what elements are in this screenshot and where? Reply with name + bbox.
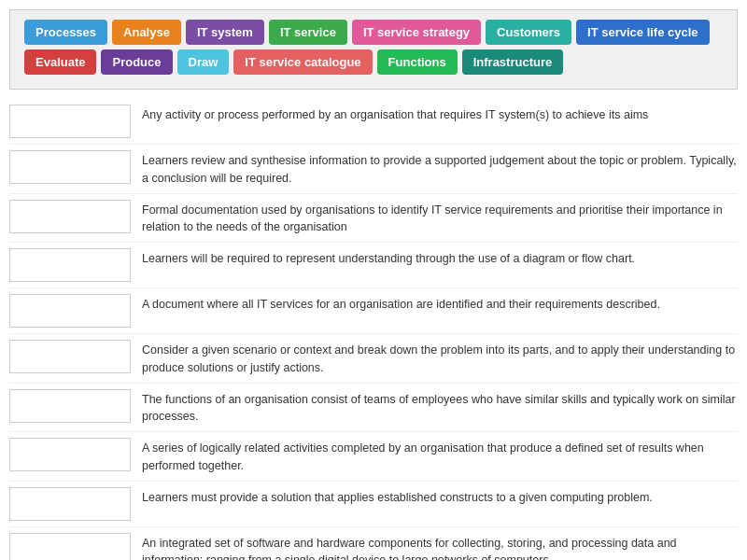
table-row: A document where all IT services for an … — [9, 288, 738, 334]
item-description-5: Consider a given scenario or context and… — [142, 340, 738, 377]
answer-box-3[interactable] — [9, 248, 131, 282]
header-area: ProcessesAnalyseIT systemIT serviceIT se… — [9, 9, 738, 90]
tag-evaluate[interactable]: Evaluate — [24, 49, 96, 75]
answer-box-2[interactable] — [9, 200, 131, 233]
answer-box-8[interactable] — [9, 487, 131, 521]
tag-it-service-catalogue[interactable]: IT service catalogue — [233, 49, 372, 75]
items-list: Any activity or process performed by an … — [9, 99, 738, 560]
tag-functions[interactable]: Functions — [377, 49, 458, 75]
tags-row-1: ProcessesAnalyseIT systemIT serviceIT se… — [24, 20, 723, 45]
table-row: Any activity or process performed by an … — [9, 99, 738, 145]
tag-it-service-strategy[interactable]: IT service strategy — [352, 20, 481, 45]
item-description-8: Learners must provide a solution that ap… — [142, 487, 653, 507]
tag-infrastructure[interactable]: Infrastructure — [462, 49, 564, 75]
table-row: An integrated set of software and hardwa… — [9, 527, 738, 561]
table-row: Learners will be required to represent u… — [9, 243, 738, 288]
tag-draw[interactable]: Draw — [177, 49, 230, 75]
answer-box-9[interactable] — [9, 533, 131, 561]
tag-processes[interactable]: Processes — [24, 20, 107, 45]
table-row: A series of logically related activities… — [9, 432, 738, 482]
answer-box-4[interactable] — [9, 294, 131, 328]
table-row: Formal documentation used by organisatio… — [9, 194, 738, 244]
item-description-1: Learners review and synthesise informati… — [142, 150, 738, 188]
table-row: Consider a given scenario or context and… — [9, 334, 738, 384]
answer-box-6[interactable] — [9, 389, 131, 423]
tag-it-service[interactable]: IT service — [269, 20, 347, 45]
tag-it-service-life-cycle[interactable]: IT service life cycle — [576, 20, 710, 45]
tags-row-2: EvaluateProduceDrawIT service catalogueF… — [24, 49, 723, 75]
answer-box-5[interactable] — [9, 340, 131, 373]
table-row: The functions of an organisation consist… — [9, 384, 738, 433]
item-description-6: The functions of an organisation consist… — [142, 389, 738, 427]
table-row: Learners review and synthesise informati… — [9, 145, 738, 194]
table-row: Learners must provide a solution that ap… — [9, 482, 738, 527]
item-description-4: A document where all IT services for an … — [142, 294, 660, 314]
item-description-7: A series of logically related activities… — [142, 438, 738, 475]
answer-box-1[interactable] — [9, 150, 131, 184]
answer-box-7[interactable] — [9, 438, 131, 471]
item-description-0: Any activity or process performed by an … — [142, 105, 648, 124]
item-description-9: An integrated set of software and hardwa… — [142, 533, 738, 561]
tag-analyse[interactable]: Analyse — [112, 20, 181, 45]
answer-box-0[interactable] — [9, 105, 131, 138]
tag-it-system[interactable]: IT system — [186, 20, 264, 45]
tag-produce[interactable]: Produce — [101, 49, 172, 75]
item-description-3: Learners will be required to represent u… — [142, 248, 635, 268]
tag-customers[interactable]: Customers — [486, 20, 571, 45]
item-description-2: Formal documentation used by organisatio… — [142, 200, 738, 237]
